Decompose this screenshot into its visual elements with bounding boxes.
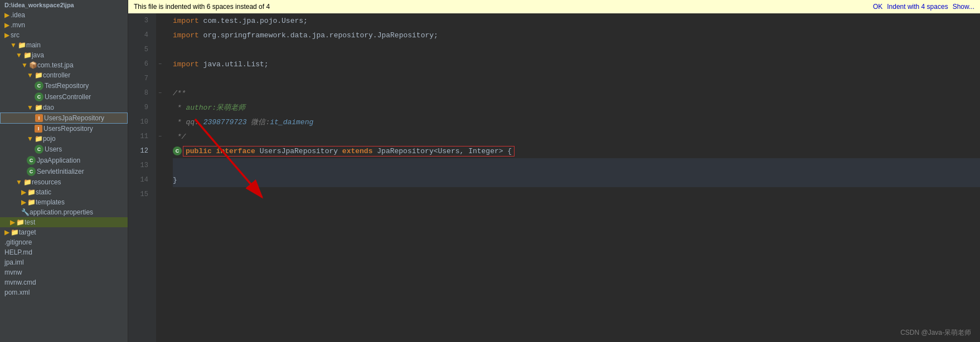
gutter-line-5: 5 [128,42,152,57]
class-icon: C [35,81,43,90]
sidebar-item-helpmd[interactable]: HELP.md [0,247,128,257]
code-line-3: import com.test.jpa.pojo.Users; [173,13,980,28]
folder-icon: ▶ [21,188,26,196]
fold-marker-9 [156,100,165,115]
folder-icon: ▶ [10,218,15,226]
sidebar-item-testrepository[interactable]: C TestRepository [0,80,128,91]
gutter-line-9: 9 [128,100,152,115]
line-12-box: public interface UsersJpaRepository exte… [183,146,515,157]
notification-bar: This file is indented with 6 spaces inst… [128,0,980,13]
sidebar-item-templates[interactable]: ▶ 📁 templates [0,197,128,207]
gutter-line-11: 11 [128,129,152,144]
sidebar-item-mvnw[interactable]: mvnw [0,267,128,277]
folder-icon: ▼ [16,51,22,59]
code-line-11: */ [173,129,980,144]
folder-icon: ▶ [4,11,9,19]
gutter-line-10: 10 [128,115,152,129]
editor[interactable]: 3 4 5 6 7 8 9 10 11 12 13 14 15 − − − [128,13,980,342]
code-line-12: C public interface UsersJpaRepository ex… [173,144,980,158]
fold-marker-4[interactable] [156,28,165,42]
notification-ok[interactable]: OK [873,3,882,11]
line-numbers: 3 4 5 6 7 8 9 10 11 12 13 14 15 [128,13,156,342]
code-line-14: } [173,173,980,187]
folder-icon: ▼ [21,61,28,69]
gutter-line-8: 8 [128,86,152,100]
folder-icon: ▼ [27,104,33,111]
fold-marker-7 [156,71,165,86]
code-line-8: /** [173,86,980,100]
sidebar-item-mvn[interactable]: ▶ .mvn [0,20,128,30]
sidebar-item-usersrepository[interactable]: I UsersRepository [0,124,128,134]
fold-marker-13 [156,158,165,173]
gutter-line-14: 14 [128,173,152,187]
sidebar-item-gitignore[interactable]: .gitignore [0,237,128,247]
folder-icon: ▼ [10,41,17,49]
sidebar-item-mvnwcmd[interactable]: mvnw.cmd [0,277,128,287]
fold-markers: − − − [156,13,167,342]
code-line-5 [173,42,980,57]
folder-icon: ▼ [27,71,33,79]
class-icon: C [35,145,43,154]
fold-marker-8[interactable]: − [156,86,165,100]
folder-icon: ▼ [16,178,22,186]
notification-actions: OK Indent with 4 spaces Show... [873,3,974,11]
notification-message: This file is indented with 6 spaces inst… [134,3,270,11]
fold-marker-15 [156,187,165,202]
sidebar-item-dao[interactable]: ▼ 📁 dao [0,102,128,113]
sidebar-item-pomxml[interactable]: pom.xml [0,287,128,297]
sidebar-item-package[interactable]: ▼ 📦 com.test.jpa [0,60,128,70]
fold-marker-12 [156,144,165,158]
code-line-9: * author:呆萌老师 [173,100,980,115]
sidebar-item-static[interactable]: ▶ 📁 static [0,187,128,197]
gutter-line-4: 4 [128,28,152,42]
gutter-line-6: 6 [128,57,152,71]
interface-icon: I [35,114,43,122]
fold-marker-6[interactable]: − [156,57,165,71]
sidebar-item-jpaiml[interactable]: jpa.iml [0,257,128,267]
sidebar-item-controller[interactable]: ▼ 📁 controller [0,70,128,80]
sidebar-item-usersjparepository[interactable]: I UsersJpaRepository [0,113,128,124]
sidebar-item-test[interactable]: ▶ 📁 test [0,217,128,227]
code-line-15 [173,187,980,202]
interface-icon: I [35,125,42,133]
gutter-line-13: 13 [128,158,152,173]
code-line-4: import org.springframework.data.jpa.repo… [173,28,980,42]
sidebar-item-userscontroller[interactable]: C UsersController [0,91,128,102]
code-area[interactable]: import com.test.jpa.pojo.Users; import o… [167,13,980,342]
sidebar-item-servletinitializer[interactable]: C ServletInitializer [0,166,128,177]
fold-marker-14 [156,173,165,187]
sidebar-item-src[interactable]: ▶ src [0,30,128,40]
fold-marker-3[interactable] [156,13,165,28]
folder-icon: ▶ [4,21,9,29]
templates-label: templates [36,198,65,206]
main-editor-area: This file is indented with 6 spaces inst… [128,0,980,342]
fold-marker-10 [156,115,165,129]
sidebar: D:\idea_workspace2\jpa ▶ .idea ▶ .mvn ▶ … [0,0,128,342]
folder-icon: ▶ [4,228,9,236]
code-line-10: * qq: 2398779723 微信:it_daimeng [173,115,980,129]
class-icon: C [27,156,36,165]
class-icon: C [35,92,43,101]
gutter-line-12: 12 [128,144,152,158]
sidebar-item-pojo[interactable]: ▼ 📁 pojo [0,134,128,144]
sidebar-item-resources[interactable]: ▼ 📁 resources [0,177,128,187]
notification-show[interactable]: Show... [953,3,974,11]
sidebar-item-idea[interactable]: ▶ .idea [0,10,128,20]
sidebar-item-main[interactable]: ▼ 📁 main [0,40,128,50]
gutter-line-3: 3 [128,13,152,28]
sidebar-item-users[interactable]: C Users [0,144,128,155]
folder-icon: ▶ [4,31,9,39]
code-line-6: import java.util.List; [173,57,980,71]
code-line-13 [173,158,980,173]
gutter-line-7: 7 [128,71,152,86]
code-line-7 [173,71,980,86]
sidebar-item-java[interactable]: ▼ 📁 java [0,50,128,60]
sidebar-item-jpaapplication[interactable]: C JpaApplication [0,155,128,166]
sidebar-item-target[interactable]: ▶ 📁 target [0,227,128,237]
class-icon: C [27,167,36,176]
fold-marker-11[interactable]: − [156,129,165,144]
notification-indent[interactable]: Indent with 4 spaces [887,3,948,11]
sidebar-path: D:\idea_workspace2\jpa [0,0,128,10]
fold-marker-5 [156,42,165,57]
sidebar-item-appproperties[interactable]: 🔧 application.properties [0,207,128,217]
